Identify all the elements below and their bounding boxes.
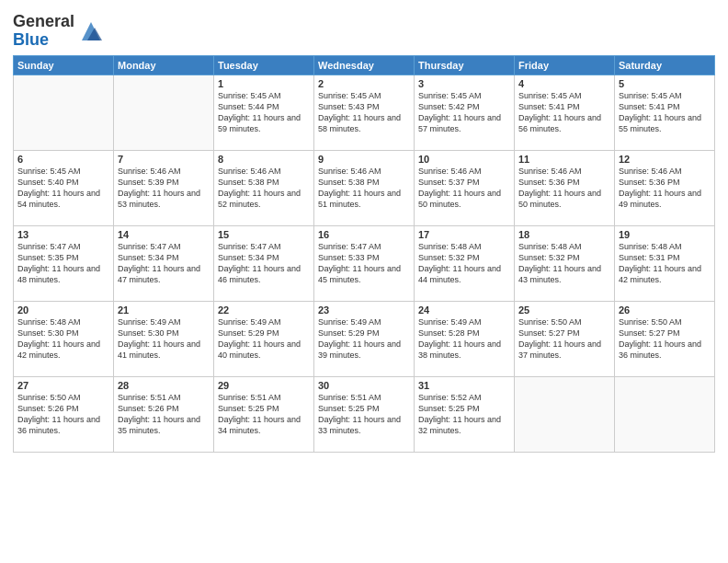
- calendar-cell: 16Sunrise: 5:47 AM Sunset: 5:33 PM Dayli…: [314, 225, 415, 301]
- day-number: 2: [318, 78, 410, 89]
- calendar-cell: 19Sunrise: 5:48 AM Sunset: 5:31 PM Dayli…: [615, 225, 715, 301]
- day-info: Sunrise: 5:46 AM Sunset: 5:37 PM Dayligh…: [418, 166, 510, 211]
- calendar-cell: 8Sunrise: 5:46 AM Sunset: 5:38 PM Daylig…: [214, 150, 314, 225]
- calendar-cell: 24Sunrise: 5:49 AM Sunset: 5:28 PM Dayli…: [415, 301, 515, 376]
- logo-blue: Blue: [13, 31, 74, 50]
- calendar-table: SundayMondayTuesdayWednesdayThursdayFrid…: [13, 55, 715, 453]
- day-info: Sunrise: 5:48 AM Sunset: 5:32 PM Dayligh…: [418, 241, 510, 286]
- week-row-1: 6Sunrise: 5:45 AM Sunset: 5:40 PM Daylig…: [14, 150, 715, 225]
- day-number: 16: [318, 229, 410, 240]
- calendar-cell: 11Sunrise: 5:46 AM Sunset: 5:36 PM Dayli…: [515, 150, 615, 225]
- day-info: Sunrise: 5:49 AM Sunset: 5:28 PM Dayligh…: [418, 316, 510, 362]
- day-info: Sunrise: 5:45 AM Sunset: 5:44 PM Dayligh…: [218, 90, 310, 135]
- day-number: 9: [318, 154, 410, 165]
- day-number: 18: [518, 229, 610, 240]
- calendar-cell: 3Sunrise: 5:45 AM Sunset: 5:42 PM Daylig…: [415, 75, 515, 150]
- day-info: Sunrise: 5:46 AM Sunset: 5:36 PM Dayligh…: [518, 166, 610, 211]
- calendar-cell: 27Sunrise: 5:50 AM Sunset: 5:26 PM Dayli…: [14, 376, 114, 452]
- day-info: Sunrise: 5:46 AM Sunset: 5:36 PM Dayligh…: [619, 166, 711, 211]
- day-info: Sunrise: 5:45 AM Sunset: 5:43 PM Dayligh…: [318, 90, 410, 135]
- calendar-cell: 4Sunrise: 5:45 AM Sunset: 5:41 PM Daylig…: [515, 75, 615, 150]
- day-info: Sunrise: 5:49 AM Sunset: 5:30 PM Dayligh…: [118, 316, 210, 362]
- day-info: Sunrise: 5:45 AM Sunset: 5:41 PM Dayligh…: [518, 90, 610, 135]
- day-info: Sunrise: 5:47 AM Sunset: 5:35 PM Dayligh…: [17, 241, 109, 286]
- day-number: 10: [418, 154, 510, 165]
- calendar-cell: [615, 376, 715, 452]
- day-info: Sunrise: 5:52 AM Sunset: 5:25 PM Dayligh…: [418, 392, 510, 437]
- day-info: Sunrise: 5:49 AM Sunset: 5:29 PM Dayligh…: [318, 316, 410, 362]
- calendar-cell: [14, 75, 114, 150]
- day-info: Sunrise: 5:45 AM Sunset: 5:40 PM Dayligh…: [17, 166, 109, 211]
- day-info: Sunrise: 5:51 AM Sunset: 5:25 PM Dayligh…: [318, 392, 410, 437]
- calendar-cell: 14Sunrise: 5:47 AM Sunset: 5:34 PM Dayli…: [114, 225, 214, 301]
- calendar-cell: 18Sunrise: 5:48 AM Sunset: 5:32 PM Dayli…: [515, 225, 615, 301]
- day-info: Sunrise: 5:47 AM Sunset: 5:33 PM Dayligh…: [318, 241, 410, 286]
- calendar-header-sunday: Sunday: [14, 55, 114, 75]
- week-row-2: 13Sunrise: 5:47 AM Sunset: 5:35 PM Dayli…: [14, 225, 715, 301]
- day-info: Sunrise: 5:46 AM Sunset: 5:39 PM Dayligh…: [118, 166, 210, 211]
- day-info: Sunrise: 5:49 AM Sunset: 5:29 PM Dayligh…: [218, 316, 310, 362]
- calendar-cell: 17Sunrise: 5:48 AM Sunset: 5:32 PM Dayli…: [415, 225, 515, 301]
- day-info: Sunrise: 5:50 AM Sunset: 5:27 PM Dayligh…: [619, 316, 711, 362]
- day-info: Sunrise: 5:48 AM Sunset: 5:30 PM Dayligh…: [17, 316, 109, 362]
- day-info: Sunrise: 5:45 AM Sunset: 5:41 PM Dayligh…: [619, 90, 711, 135]
- day-number: 13: [17, 229, 109, 240]
- calendar-header-friday: Friday: [515, 55, 615, 75]
- calendar-cell: 13Sunrise: 5:47 AM Sunset: 5:35 PM Dayli…: [14, 225, 114, 301]
- day-info: Sunrise: 5:46 AM Sunset: 5:38 PM Dayligh…: [218, 166, 310, 211]
- calendar-cell: [515, 376, 615, 452]
- day-number: 14: [118, 229, 210, 240]
- day-number: 17: [418, 229, 510, 240]
- logo-general: General: [13, 13, 74, 31]
- day-number: 21: [118, 304, 210, 316]
- day-number: 25: [518, 304, 610, 316]
- day-info: Sunrise: 5:50 AM Sunset: 5:26 PM Dayligh…: [17, 392, 109, 437]
- day-number: 22: [218, 304, 310, 316]
- day-number: 15: [218, 229, 310, 240]
- calendar-cell: 7Sunrise: 5:46 AM Sunset: 5:39 PM Daylig…: [114, 150, 214, 225]
- week-row-3: 20Sunrise: 5:48 AM Sunset: 5:30 PM Dayli…: [14, 301, 715, 376]
- day-number: 3: [418, 78, 510, 89]
- day-number: 19: [619, 229, 711, 240]
- calendar-cell: 29Sunrise: 5:51 AM Sunset: 5:25 PM Dayli…: [214, 376, 314, 452]
- day-number: 1: [218, 78, 310, 89]
- calendar-cell: 2Sunrise: 5:45 AM Sunset: 5:43 PM Daylig…: [314, 75, 415, 150]
- page-container: General Blue SundayMondayTuesdayWednesda…: [0, 0, 728, 563]
- day-info: Sunrise: 5:51 AM Sunset: 5:26 PM Dayligh…: [118, 392, 210, 437]
- day-info: Sunrise: 5:48 AM Sunset: 5:31 PM Dayligh…: [619, 241, 711, 286]
- day-number: 5: [619, 78, 711, 89]
- day-number: 31: [418, 380, 510, 391]
- calendar-cell: 22Sunrise: 5:49 AM Sunset: 5:29 PM Dayli…: [214, 301, 314, 376]
- day-number: 7: [118, 154, 210, 165]
- calendar-cell: 25Sunrise: 5:50 AM Sunset: 5:27 PM Dayli…: [515, 301, 615, 376]
- day-number: 23: [318, 304, 410, 316]
- logo: General Blue: [13, 13, 104, 50]
- day-number: 20: [17, 304, 109, 316]
- day-number: 6: [17, 154, 109, 165]
- week-row-4: 27Sunrise: 5:50 AM Sunset: 5:26 PM Dayli…: [14, 376, 715, 452]
- day-number: 12: [619, 154, 711, 165]
- day-number: 26: [619, 304, 711, 316]
- day-info: Sunrise: 5:48 AM Sunset: 5:32 PM Dayligh…: [518, 241, 610, 286]
- calendar-header-wednesday: Wednesday: [314, 55, 415, 75]
- calendar-cell: 20Sunrise: 5:48 AM Sunset: 5:30 PM Dayli…: [14, 301, 114, 376]
- calendar-cell: 5Sunrise: 5:45 AM Sunset: 5:41 PM Daylig…: [615, 75, 715, 150]
- calendar-cell: 10Sunrise: 5:46 AM Sunset: 5:37 PM Dayli…: [415, 150, 515, 225]
- calendar-cell: 28Sunrise: 5:51 AM Sunset: 5:26 PM Dayli…: [114, 376, 214, 452]
- day-number: 28: [118, 380, 210, 391]
- day-info: Sunrise: 5:45 AM Sunset: 5:42 PM Dayligh…: [418, 90, 510, 135]
- day-number: 4: [518, 78, 610, 89]
- calendar-header-thursday: Thursday: [415, 55, 515, 75]
- calendar-cell: 1Sunrise: 5:45 AM Sunset: 5:44 PM Daylig…: [214, 75, 314, 150]
- week-row-0: 1Sunrise: 5:45 AM Sunset: 5:44 PM Daylig…: [14, 75, 715, 150]
- day-info: Sunrise: 5:47 AM Sunset: 5:34 PM Dayligh…: [118, 241, 210, 286]
- calendar-cell: [114, 75, 214, 150]
- day-info: Sunrise: 5:51 AM Sunset: 5:25 PM Dayligh…: [218, 392, 310, 437]
- logo-icon: [78, 18, 104, 44]
- calendar-header-tuesday: Tuesday: [214, 55, 314, 75]
- calendar-cell: 30Sunrise: 5:51 AM Sunset: 5:25 PM Dayli…: [314, 376, 415, 452]
- calendar-header-monday: Monday: [114, 55, 214, 75]
- day-info: Sunrise: 5:47 AM Sunset: 5:34 PM Dayligh…: [218, 241, 310, 286]
- calendar-cell: 31Sunrise: 5:52 AM Sunset: 5:25 PM Dayli…: [415, 376, 515, 452]
- calendar-header-saturday: Saturday: [615, 55, 715, 75]
